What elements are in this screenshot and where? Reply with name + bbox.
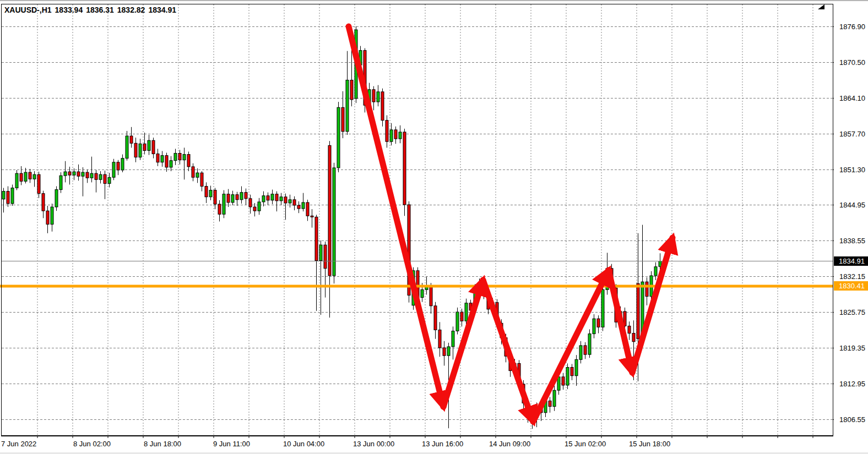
time-axis-label: 15 Jun 18:00 bbox=[629, 440, 670, 448]
price-axis-label: 1806.55 bbox=[839, 415, 868, 424]
open-value: 1833.94 bbox=[55, 6, 83, 14]
price-axis-label: 1864.10 bbox=[839, 94, 868, 103]
price-axis-label: 1812.95 bbox=[839, 380, 868, 389]
time-axis-label: 10 Jun 04:00 bbox=[283, 440, 324, 448]
price-axis-label: 1832.15 bbox=[839, 272, 868, 281]
chart-window: XAUUSD-,H11833.941836.311832.821834.91 1… bbox=[0, 0, 868, 454]
time-axis-label: 14 Jun 09:00 bbox=[489, 440, 530, 448]
price-axis-label: 1825.75 bbox=[839, 308, 868, 317]
time-axis-label: 15 Jun 02:00 bbox=[565, 440, 606, 448]
price-axis-label: 1857.70 bbox=[839, 130, 868, 139]
price-axis-label: 1819.35 bbox=[839, 344, 868, 353]
high-value: 1836.31 bbox=[86, 6, 114, 14]
price-axis-label: 1844.95 bbox=[839, 201, 868, 210]
low-value: 1832.82 bbox=[117, 6, 145, 14]
current-price-badge: 1834.91 bbox=[834, 256, 868, 266]
plot-frame bbox=[1, 4, 833, 436]
price-axis-label: 1870.50 bbox=[839, 58, 868, 67]
time-axis-label: 13 Jun 16:00 bbox=[422, 440, 463, 448]
orange-line-price-badge: 1830.41 bbox=[834, 281, 868, 291]
price-axis-label: 1838.55 bbox=[839, 237, 868, 245]
close-value: 1834.91 bbox=[148, 6, 176, 14]
price-axis-label: 1876.90 bbox=[839, 23, 868, 31]
time-axis-label: 8 Jun 18:00 bbox=[144, 440, 181, 448]
time-axis-label: 9 Jun 11:00 bbox=[213, 440, 250, 448]
time-axis-label: 8 Jun 02:00 bbox=[73, 440, 111, 448]
symbol-period-label: XAUUSD-,H1 bbox=[4, 6, 52, 14]
price-axis-label: 1851.30 bbox=[839, 166, 868, 174]
time-axis-label: 13 Jun 00:00 bbox=[353, 440, 394, 448]
ohlc-header: XAUUSD-,H11833.941836.311832.821834.91 bbox=[4, 6, 180, 14]
time-axis-label: 7 Jun 2022 bbox=[1, 440, 36, 448]
